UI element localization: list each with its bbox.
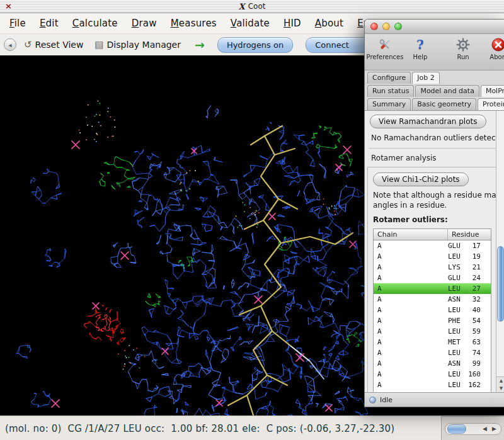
rotamer-frame: View Chi1-Chi2 plots Note that although … [367,167,504,392]
status-orb-icon [369,397,376,403]
status-text: (mol. no: 0) CG /1/A/27 LEU occ: 1.00 bf… [5,423,394,434]
ramachandran-status: No Ramachandran outliers detected [367,133,504,143]
rotamer-row[interactable]: ALYS21 [374,262,491,273]
run-button[interactable]: Run [445,36,481,60]
rotamer-row[interactable]: ALEU160 [374,369,491,380]
abort-button[interactable]: Abort [481,36,504,60]
menu-item-calculate[interactable]: Calculate [66,18,125,29]
connect-button[interactable]: Connect [306,37,371,53]
zoom-button[interactable] [394,23,402,30]
view-ramachandran-button[interactable]: View Ramachandran plots [370,115,486,128]
scroll-down-icon[interactable]: ▼ [496,385,504,392]
minimize-button[interactable] [382,23,390,30]
rotamer-row[interactable]: ALEU19 [374,251,491,262]
menu-item-measures[interactable]: Measures [164,18,224,29]
horizontal-scrollbar[interactable]: ◀ ▶ [445,423,501,435]
menu-item-edit[interactable]: Edit [33,18,66,29]
scroll-right-icon[interactable]: ▶ [492,424,496,433]
dialog-status-text: Idle [380,395,392,405]
display-manager-button[interactable]: ▤ Display Manager [91,37,185,52]
rotamer-outliers-label: Rotamer outliers: [373,215,504,225]
tab-summary[interactable]: Summary [367,98,411,110]
close-button[interactable] [370,23,378,30]
reset-view-button[interactable]: ↺ Reset View [20,37,87,52]
menu-item-hid[interactable]: HID [277,18,308,29]
rotamer-note-line1: Note that although a residue may lie in [373,190,504,200]
help-icon: ? [416,36,424,53]
tabs-job-sections: Run statusModel and dataMolProbity [365,84,504,97]
rotamer-row[interactable]: AGLU17 [374,240,491,251]
window-title-text: Coot [248,2,266,11]
dialog-statusbar: Idle [365,392,504,407]
green-arrow-icon[interactable]: → [195,38,205,52]
column-header-residue[interactable]: Residue [448,230,479,239]
rotamer-row[interactable]: APHE164 [374,390,491,392]
scroll-up-icon[interactable]: ▲ [496,377,504,385]
dialog-scrollbar[interactable]: ▲ ▼ [496,111,504,392]
abort-icon [491,36,504,53]
column-header-chain[interactable]: Chain [374,229,448,240]
h-scrollbar-thumb[interactable] [447,424,466,434]
rotamer-row[interactable]: ALEU59 [374,326,491,337]
menu-item-draw[interactable]: Draw [125,18,164,29]
rotamer-row[interactable]: AMET63 [374,337,491,347]
corner-panel: ◀ ▶ [441,416,504,440]
molprobity-window: Preferences?HelpRunAbort ConfigureJob 2 … [364,19,504,407]
tab-job-2[interactable]: Job 2 [412,72,439,84]
help-button[interactable]: ?Help [403,36,438,60]
menu-item-file[interactable]: File [3,18,33,29]
back-arrow-icon[interactable]: ◂ [4,38,16,51]
dialog-toolbar: Preferences?HelpRunAbort [365,34,504,71]
tab-basic-geometry[interactable]: Basic geometry [412,98,476,110]
tools-icon [377,36,392,53]
rotamer-note-line2: angles in a residue. [373,200,504,210]
window-title: X Coot [0,2,504,11]
rotamer-row[interactable]: ALEU27 [374,283,491,294]
display-manager-label: Display Manager [107,40,181,50]
tab-protein[interactable]: Protein [478,98,504,110]
rotamer-row[interactable]: APHE54 [374,315,491,326]
table-body: AGLU17ALEU19ALYS21AGLU24ALEU27AASN32ALEU… [374,240,491,392]
tabs-configure-job: ConfigureJob 2 [365,71,504,84]
rotamer-section-title: Rotamer analysis [367,154,504,163]
section-divider [369,148,502,149]
coot-titlebar[interactable]: × X Coot [0,0,504,13]
gear-icon [455,36,471,53]
main-statusbar: (mol. no: 0) CG /1/A/27 LEU occ: 1.00 bf… [0,415,504,440]
dialog-content: View Ramachandran plots No Ramachandran … [365,110,504,392]
tab-run-status[interactable]: Run status [367,85,414,97]
rotamer-row[interactable]: AASN32 [374,294,491,305]
rotamer-row[interactable]: ALEU40 [374,305,491,315]
reset-view-icon: ↺ [24,39,32,50]
menu-item-validate[interactable]: Validate [224,18,277,29]
tab-molprobity[interactable]: MolProbity [481,85,504,97]
tab-model-and-data[interactable]: Model and data [415,85,479,97]
dialog-titlebar[interactable] [365,20,504,34]
rotamer-row[interactable]: ALEU162 [374,380,491,390]
scrollbar-arrows: ▲ ▼ [496,376,504,392]
preferences-button[interactable]: Preferences [367,36,403,60]
rotamer-row[interactable]: AASN99 [374,358,491,369]
tabs-molprobity-sections: SummaryBasic geometryProteinClashes [365,97,504,110]
coot-app: × X Coot FileEditCalculateDrawMeasuresVa… [0,0,504,440]
rotamer-row[interactable]: AGLU24 [374,273,491,283]
display-manager-icon: ▤ [94,39,103,50]
scrollbar-thumb[interactable] [497,246,504,322]
view-chi-plots-button[interactable]: View Chi1-Chi2 plots [373,172,469,186]
close-icon[interactable]: × [5,0,12,13]
table-header: Chain Residue [374,229,491,240]
x11-logo-icon: X [239,2,245,11]
scroll-left-icon[interactable]: ◀ [483,424,487,433]
hydrogens-toggle-button[interactable]: Hydrogens on [217,37,293,53]
rotamer-table: Chain Residue AGLU17ALEU19ALYS21AGLU24AL… [373,228,491,392]
tab-configure[interactable]: Configure [367,72,411,84]
reset-view-label: Reset View [35,40,84,50]
menu-item-about[interactable]: About [308,18,350,29]
rotamer-row[interactable]: ALEU74 [374,347,491,358]
